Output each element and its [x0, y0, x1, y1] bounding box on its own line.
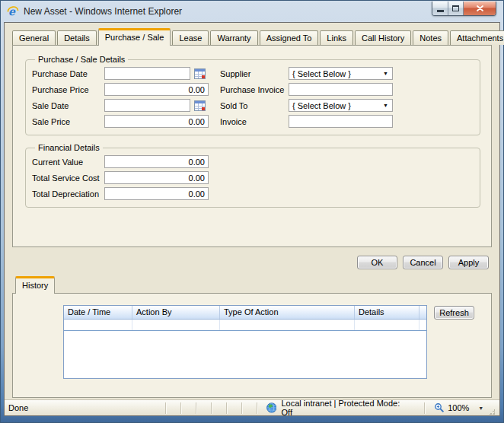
action-button-row: OK Cancel Apply: [5, 256, 489, 269]
minimize-button[interactable]: [432, 2, 448, 15]
close-button[interactable]: [464, 2, 496, 15]
column-header-filler: [419, 306, 426, 319]
magnifier-icon: [434, 402, 445, 413]
current-value-label: Current Value: [32, 157, 104, 167]
tab-links[interactable]: Links: [320, 30, 353, 45]
window-title: New Asset - Windows Internet Explorer: [24, 6, 182, 17]
security-zone[interactable]: Local intranet | Protected Mode: Off: [266, 399, 410, 417]
history-panel: Date / Time Action By Type Of Action Det…: [12, 293, 492, 398]
tab-attachments[interactable]: Attachments: [450, 30, 504, 45]
total-depreciation-input[interactable]: [104, 187, 209, 200]
main-tabstrip: General Details Purchase / Sale Lease Wa…: [12, 27, 499, 45]
purchase-date-label: Purchase Date: [32, 69, 104, 78]
caption-buttons: [432, 2, 496, 16]
sale-date-calendar-icon[interactable]: [194, 100, 206, 111]
client-area: General Details Purchase / Sale Lease Wa…: [4, 22, 500, 416]
chevron-down-icon: ▼: [383, 103, 388, 108]
purchase-price-input[interactable]: [104, 83, 209, 96]
globe-icon: [266, 402, 277, 413]
titlebar[interactable]: e New Asset - Windows Internet Explorer: [1, 1, 503, 22]
supplier-select[interactable]: { Select Below } ▼: [289, 67, 393, 80]
sold-to-select[interactable]: { Select Below } ▼: [289, 99, 393, 112]
chevron-down-icon: ▼: [478, 406, 483, 411]
total-service-cost-label: Total Service Cost: [32, 173, 104, 183]
sale-price-input[interactable]: [104, 115, 209, 128]
tab-lease[interactable]: Lease: [172, 30, 209, 45]
tab-assigned-to[interactable]: Assigned To: [260, 30, 319, 45]
status-bar: Done Local intranet | Protected Mode: Of…: [5, 399, 499, 415]
cancel-button[interactable]: Cancel: [403, 256, 443, 269]
chevron-down-icon: ▼: [383, 71, 388, 76]
financial-details-legend: Financial Details: [35, 143, 103, 152]
zoom-control[interactable]: 100% ▼: [434, 402, 483, 413]
purchase-invoice-input[interactable]: [289, 83, 393, 96]
ok-button[interactable]: OK: [357, 256, 397, 269]
total-depreciation-label: Total Depreciation: [32, 189, 104, 199]
tab-call-history[interactable]: Call History: [355, 30, 411, 45]
resize-grip[interactable]: [488, 408, 496, 415]
purchase-sale-details-fieldset: Purchase / Sale Details Purchase Date: [25, 55, 480, 135]
purchase-date-calendar-icon[interactable]: [194, 68, 206, 79]
column-header-date-time[interactable]: Date / Time: [64, 306, 132, 319]
status-text: Done: [8, 403, 28, 412]
history-table: Date / Time Action By Type Of Action Det…: [63, 305, 427, 379]
internet-explorer-icon: e: [7, 5, 19, 17]
total-service-cost-input[interactable]: [104, 171, 209, 184]
close-icon: [477, 5, 483, 11]
zone-text: Local intranet | Protected Mode: Off: [281, 399, 410, 417]
browser-window: e New Asset - Windows Internet Explorer …: [0, 0, 504, 423]
current-value-input[interactable]: [104, 155, 209, 168]
column-header-type-of-action[interactable]: Type Of Action: [220, 306, 355, 319]
purchase-sale-details-legend: Purchase / Sale Details: [35, 55, 128, 64]
sold-to-label: Sold To: [220, 101, 289, 110]
history-tabstrip: History: [12, 275, 499, 293]
financial-details-fieldset: Financial Details Current Value Total Se…: [25, 143, 480, 208]
purchase-invoice-label: Purchase Invoice: [220, 85, 289, 94]
tab-details[interactable]: Details: [57, 30, 97, 45]
invoice-label: Invoice: [220, 117, 289, 126]
maximize-button[interactable]: [448, 2, 464, 15]
maximize-icon: [452, 5, 459, 11]
sale-date-input[interactable]: [104, 99, 190, 112]
invoice-input[interactable]: [289, 115, 393, 128]
tab-general[interactable]: General: [12, 30, 56, 45]
sale-price-label: Sale Price: [32, 117, 104, 126]
supplier-label: Supplier: [220, 69, 289, 78]
column-header-details[interactable]: Details: [355, 306, 419, 319]
tab-purchase-sale[interactable]: Purchase / Sale: [98, 28, 171, 46]
purchase-date-input[interactable]: [104, 67, 190, 80]
sale-date-label: Sale Date: [32, 101, 104, 110]
tab-notes[interactable]: Notes: [413, 30, 448, 45]
column-header-action-by[interactable]: Action By: [132, 306, 220, 319]
apply-button[interactable]: Apply: [448, 256, 489, 269]
purchase-price-label: Purchase Price: [32, 85, 104, 94]
purchase-sale-panel: Purchase / Sale Details Purchase Date: [12, 45, 492, 247]
zoom-level: 100%: [448, 403, 469, 412]
history-table-header: Date / Time Action By Type Of Action Det…: [64, 306, 426, 320]
table-row: [64, 320, 426, 331]
minimize-icon: [437, 10, 444, 12]
tab-history[interactable]: History: [15, 276, 55, 294]
tab-warranty[interactable]: Warranty: [210, 30, 257, 45]
refresh-button[interactable]: Refresh: [434, 306, 474, 320]
